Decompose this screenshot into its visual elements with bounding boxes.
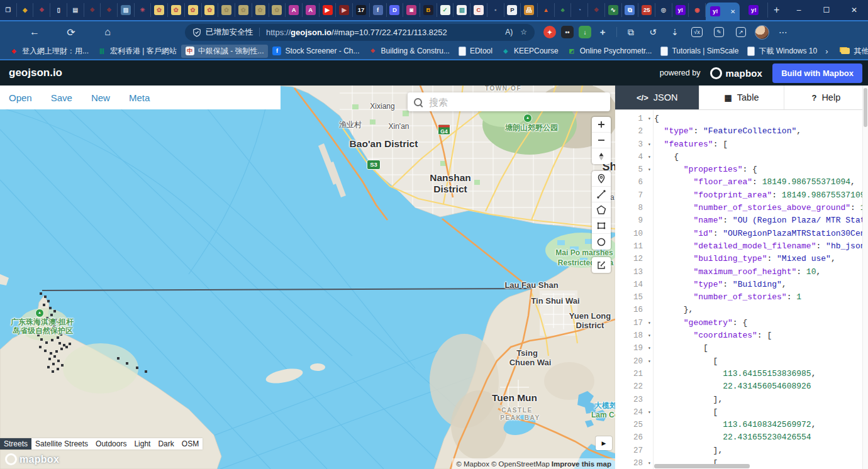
pinned-tab[interactable]: ✿ [151,3,168,17]
pinned-tab[interactable]: ◆ [17,3,34,17]
layer-button-light[interactable]: Light [130,438,154,450]
layer-button-satellite-streets[interactable]: Satellite Streets [31,438,92,450]
pinned-tab[interactable]: ▪ [487,3,504,17]
menu-item-new[interactable]: New [91,92,110,103]
bookmark-item[interactable]: ◈KEEPCourse [497,45,563,57]
pinned-tab[interactable]: ▲ [538,3,555,17]
vertical-scrollbar[interactable] [862,86,868,469]
pinned-tab[interactable]: ✿ [185,3,202,17]
pinned-tab[interactable]: ▥ [453,3,470,17]
pinned-tab[interactable]: P [504,3,521,17]
new-tab-button[interactable]: + [768,3,785,18]
pinned-tab[interactable]: ❖ [33,3,50,17]
read-aloud-icon[interactable]: A) [505,28,513,36]
bookmark-item[interactable]: |||宏利香港 | 客戶網站 [93,45,181,58]
minimize-button[interactable]: – [785,0,813,20]
home-icon[interactable]: ⌂ [98,23,117,41]
share-icon[interactable]: ↗ [733,25,749,40]
attribution-mapbox[interactable]: © Mapbox [456,460,489,468]
extensions-puzzle-icon[interactable]: ✛ [596,26,609,38]
pinned-tab[interactable]: ✿ [235,3,252,17]
mapbox-attribution-logo[interactable]: mapbox [5,453,59,465]
profile-avatar[interactable] [755,25,769,40]
pinned-tab[interactable]: f [370,3,387,17]
bookmark-item[interactable]: Tutorials | SimScale [656,45,743,57]
pinned-tab[interactable]: B [420,3,437,17]
fold-arrow[interactable]: ▾ [645,163,654,176]
downloads-icon[interactable]: ⇣ [667,25,683,40]
fold-arrow[interactable]: ▾ [645,406,654,419]
idm-extension-icon[interactable]: ↓ [579,26,591,38]
scrollbar-thumb[interactable] [654,464,750,468]
fold-arrow[interactable]: ▾ [645,151,654,163]
pinned-tab[interactable]: 17 [353,3,370,17]
pinned-tab[interactable]: D [387,3,404,17]
zoom-in-button[interactable] [592,117,611,133]
pinned-tab[interactable]: 25 [638,3,655,17]
pinned-tab[interactable]: 品 [521,3,538,17]
history-icon[interactable]: ↺ [645,25,661,40]
refresh-icon[interactable]: ⟳ [62,23,81,41]
layer-button-osm[interactable]: OSM [178,438,203,450]
dark-extension-icon[interactable]: •• [561,26,574,38]
pinned-tab[interactable]: C [470,3,487,17]
active-tab[interactable]: y! ✕ [706,3,740,20]
tab-table[interactable]: ▦Table [699,86,783,109]
bookmarks-other-folder[interactable]: 其他 [我的最愛] [837,45,868,58]
pinned-tab[interactable]: ✿ [218,3,235,17]
pinned-tab[interactable]: A [286,3,303,17]
bookmark-item[interactable]: EDtool [454,45,497,57]
more-menu-icon[interactable]: ⋯ [775,25,791,40]
pinned-tab[interactable]: ◉ [689,3,706,17]
fold-arrow[interactable]: ▾ [645,317,654,329]
draw-circle-button[interactable] [592,234,611,250]
background-tab[interactable]: y! [740,3,768,18]
compass-button[interactable] [592,148,611,164]
pinned-tab[interactable]: ⧉ [622,3,639,17]
collapse-panel-button[interactable]: ▶ [596,436,612,450]
pinned-tab[interactable]: ◔ [571,3,588,17]
fold-arrow[interactable]: ▾ [645,355,654,368]
attribution-osm[interactable]: © OpenStreetMap [491,460,550,468]
pinned-tab[interactable]: ▶ [320,3,337,17]
bookmarks-chevron-icon[interactable]: › [825,47,828,56]
bookmark-item[interactable]: 下載 Windows 10 [743,45,821,58]
draw-polygon-button[interactable] [592,202,611,218]
pinned-tab[interactable]: ✓ [437,3,454,17]
mapbox-wordmark[interactable]: mapbox [710,67,762,79]
pinned-tab[interactable]: ▤ [67,3,84,17]
tab-json[interactable]: </>JSON [615,86,699,109]
pinned-tab[interactable]: A [303,3,320,17]
json-editor[interactable]: 1▾{2 "type": "FeatureCollection",3▾ "fea… [615,110,868,469]
fold-arrow[interactable]: ▾ [645,138,654,151]
pinned-tab[interactable]: ◙ [403,3,420,17]
site-logo[interactable]: geojson.io [0,67,62,79]
improve-map-link[interactable]: Improve this map [552,460,611,468]
search-input[interactable] [428,96,604,108]
pinned-tab[interactable]: ▨ [118,3,135,17]
bookmark-item[interactable]: ◆登入網上理財：用... [5,45,93,58]
fold-arrow[interactable]: ▾ [645,329,654,342]
scrollbar-thumb[interactable] [864,88,867,127]
pinned-tab[interactable]: y! [672,3,689,17]
pinned-tab[interactable]: ✿ [168,3,185,17]
bookmark-item[interactable]: 中中銀保誠 - 強制性... [181,45,269,58]
map-container[interactable]: Xixiang渔业村Xin'anTOWN OFBao'an DistrictNa… [0,86,615,469]
pinned-tab[interactable]: ❖ [101,3,118,17]
pinned-tab[interactable]: ∿ [605,3,622,17]
menu-item-meta[interactable]: Meta [129,92,150,103]
bookmark-item[interactable]: ◩Online Psychrometr... [563,45,657,57]
edit-feature-button[interactable] [592,257,611,273]
layer-button-dark[interactable]: Dark [154,438,177,450]
menu-item-open[interactable]: Open [9,92,32,103]
pinned-tab[interactable]: ❖ [588,3,605,17]
address-bar[interactable]: 已增加安全性 https://geojson.io/#map=10.77/22.… [185,24,535,41]
draw-marker-button[interactable] [592,171,611,187]
pinned-tab[interactable]: ✿ [202,3,219,17]
collections-icon[interactable]: ⧉ [623,25,639,40]
bookmark-item[interactable]: fStock Screener - Ch... [268,45,364,57]
fold-arrow[interactable]: ▾ [645,113,654,125]
draw-rectangle-button[interactable] [592,218,611,234]
zoom-out-button[interactable] [592,133,611,148]
math-solver-icon[interactable]: √x [689,25,705,40]
